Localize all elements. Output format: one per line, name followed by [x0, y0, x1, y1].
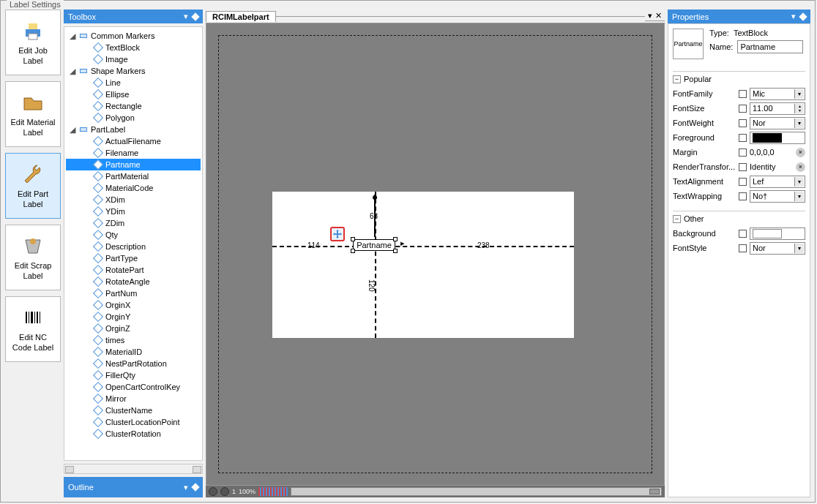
zoom-out-icon[interactable]	[209, 487, 217, 496]
property-value-select[interactable]: Lef▾	[750, 176, 805, 188]
pin-icon[interactable]	[799, 12, 807, 20]
edit-material-label-button[interactable]: Edit Material Label	[5, 81, 61, 147]
edit-job-label-button[interactable]: Edit Job Label	[5, 10, 61, 75]
property-marker[interactable]	[739, 230, 747, 238]
name-input[interactable]	[737, 40, 803, 53]
tree-item-opencartcontrolkey[interactable]: OpenCartControlKey	[66, 381, 201, 393]
tree-item-actualfilename[interactable]: ActualFilename	[66, 135, 201, 147]
tree-group[interactable]: ◢Shape Markers	[66, 65, 201, 77]
zoom-percent: 100%	[239, 488, 255, 495]
tree-item-materialid[interactable]: MaterialID	[66, 346, 201, 358]
tree-item-clusterrotation[interactable]: ClusterRotation	[66, 428, 201, 440]
label-paper[interactable]: 68 120 114 238 Partname ▸	[272, 192, 574, 338]
toolbox-tree[interactable]: ◢Common MarkersTextBlockImage◢Shape Mark…	[64, 26, 203, 461]
resize-handle[interactable]	[393, 237, 398, 241]
property-marker[interactable]	[739, 134, 747, 142]
tree-item-line[interactable]: Line	[66, 77, 201, 89]
property-marker[interactable]	[739, 244, 747, 252]
edit-scrap-label-button[interactable]: Edit Scrap Label	[5, 225, 61, 290]
clear-icon[interactable]: ×	[796, 162, 805, 172]
svg-rect-4	[26, 312, 27, 323]
tree-item-partname[interactable]: Partname	[66, 159, 201, 170]
tree-item-description[interactable]: Description	[66, 241, 201, 252]
edit-nc-code-label-button[interactable]: Edit NC Code Label	[5, 296, 61, 362]
tree-item-nestpartrotation[interactable]: NestPartRotation	[66, 358, 201, 369]
tree-item-image[interactable]: Image	[66, 53, 201, 65]
designer-tab[interactable]: RCIMLabelpart	[206, 11, 276, 22]
tree-item-orginy[interactable]: OrginY	[66, 311, 201, 323]
property-value-select[interactable]: Mic▾	[750, 88, 805, 100]
designer-canvas[interactable]: 68 120 114 238 Partname ▸	[206, 23, 665, 486]
collapse-icon[interactable]: −	[673, 75, 681, 83]
property-value-spinner[interactable]: 11.00▴▾	[750, 102, 805, 115]
tree-item-fillerqty[interactable]: FillerQty	[66, 369, 201, 381]
property-label: TextAlignment	[673, 177, 736, 186]
property-value-text: 0,0,0,0	[750, 148, 775, 157]
property-value-color[interactable]	[750, 132, 805, 144]
type-label: Type:	[709, 29, 729, 37]
tree-item-orginx[interactable]: OrginX	[66, 299, 201, 311]
anchor-line-top	[372, 195, 378, 238]
property-value-select[interactable]: No†▾	[750, 190, 805, 203]
pin-icon[interactable]	[191, 483, 199, 491]
tree-item-zdim[interactable]: ZDim	[66, 217, 201, 229]
tab-dropdown-icon[interactable]: ▾	[648, 11, 652, 20]
property-marker[interactable]	[739, 90, 747, 98]
expand-right-icon[interactable]: ▸	[400, 238, 405, 248]
zoom-in-icon[interactable]	[220, 487, 229, 496]
tree-item-parttype[interactable]: PartType	[66, 252, 201, 264]
tree-item-ydim[interactable]: YDim	[66, 206, 201, 217]
tree-group[interactable]: ◢PartLabel	[66, 124, 201, 135]
name-label: Name:	[709, 42, 733, 51]
property-label: Background	[673, 229, 736, 238]
property-value-select[interactable]: Nor▾	[750, 242, 805, 255]
tree-item-mirror[interactable]: Mirror	[66, 393, 201, 405]
tree-item-clusterlocationpoint[interactable]: ClusterLocationPoint	[66, 416, 201, 428]
clear-icon[interactable]: ×	[796, 148, 805, 157]
dropdown-icon[interactable]: ▾	[791, 12, 796, 21]
tree-item-filename[interactable]: Filename	[66, 147, 201, 159]
property-marker[interactable]	[739, 178, 747, 186]
resize-handle[interactable]	[351, 249, 355, 253]
svg-point-3	[30, 238, 36, 244]
property-row: Foreground	[673, 130, 805, 145]
dropdown-icon[interactable]: ▾	[184, 483, 188, 492]
resize-handle[interactable]	[351, 237, 355, 241]
tree-item-qty[interactable]: Qty	[66, 229, 201, 241]
tree-item-rotateangle[interactable]: RotateAngle	[66, 276, 201, 287]
property-value-select[interactable]: Nor▾	[750, 117, 805, 129]
tree-item-orginz[interactable]: OrginZ	[66, 323, 201, 334]
view-toggle-icon[interactable]	[258, 487, 288, 496]
collapse-icon[interactable]: −	[673, 215, 681, 223]
object-thumbnail: Partname	[673, 29, 704, 59]
dropdown-icon[interactable]: ▾	[184, 12, 188, 21]
resize-handle[interactable]	[393, 249, 398, 253]
tab-close-icon[interactable]: ✕	[655, 11, 662, 20]
edit-part-label-button[interactable]: Edit Part Label	[5, 153, 61, 219]
move-grip-icon[interactable]	[330, 227, 345, 241]
property-marker[interactable]	[739, 119, 747, 127]
property-marker[interactable]	[739, 163, 747, 171]
tree-item-rectangle[interactable]: Rectangle	[66, 100, 201, 112]
selected-textblock[interactable]: Partname	[353, 239, 395, 251]
tree-item-ellipse[interactable]: Ellipse	[66, 89, 201, 100]
tree-item-materialcode[interactable]: MaterialCode	[66, 182, 201, 194]
property-marker[interactable]	[739, 105, 747, 113]
pin-icon[interactable]	[191, 12, 199, 20]
toolbox-scrollbar[interactable]	[64, 464, 203, 474]
tree-group[interactable]: ◢Common Markers	[66, 30, 201, 42]
horizontal-scrollbar[interactable]	[291, 487, 662, 496]
tree-item-polygon[interactable]: Polygon	[66, 112, 201, 124]
tree-item-clustername[interactable]: ClusterName	[66, 405, 201, 416]
tree-item-partmaterial[interactable]: PartMaterial	[66, 170, 201, 182]
tree-item-partnum[interactable]: PartNum	[66, 287, 201, 299]
property-marker[interactable]	[739, 148, 747, 157]
property-value-color[interactable]	[750, 227, 805, 240]
tree-item-times[interactable]: times	[66, 334, 201, 346]
tree-item-textblock[interactable]: TextBlock	[66, 42, 201, 53]
tree-item-xdim[interactable]: XDim	[66, 194, 201, 206]
tree-item-rotatepart[interactable]: RotatePart	[66, 264, 201, 276]
svg-rect-5	[29, 312, 29, 323]
property-row: TextAlignmentLef▾	[673, 174, 805, 189]
property-marker[interactable]	[739, 192, 747, 200]
